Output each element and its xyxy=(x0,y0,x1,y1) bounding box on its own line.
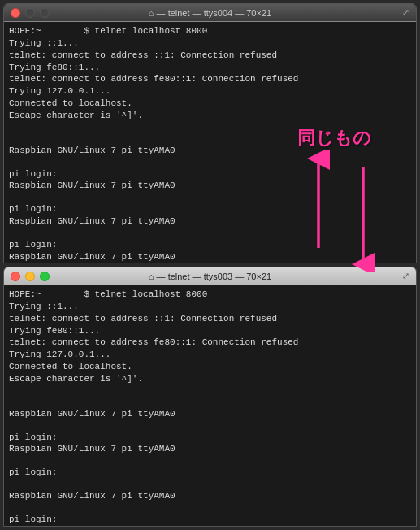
terminal-line xyxy=(9,157,411,168)
terminal-line: Raspbian GNU/Linux 7 pi ttyAMA0 xyxy=(9,251,411,263)
terminal-line: Connected to localhost. xyxy=(9,361,411,373)
terminal-line: pi login: xyxy=(9,239,411,251)
terminal-line: Escape character is '^]'. xyxy=(9,110,411,122)
terminal-line: pi login: xyxy=(9,203,411,215)
terminal-line: HOPE:~ $ telnet localhost 8000 xyxy=(9,25,411,37)
terminal-window-bottom[interactable]: ⌂ — telnet — ttys003 — 70×21 ⤢ HOPE:~ $ … xyxy=(3,267,417,527)
terminal-line: Trying fe80::1... xyxy=(9,325,411,337)
terminal-line: telnet: connect to address fe80::1: Conn… xyxy=(9,73,411,85)
terminal-line: Trying ::1... xyxy=(9,301,411,313)
title-bottom: ⌂ — telnet — ttys003 — 70×21 xyxy=(149,272,271,281)
window-buttons-top[interactable] xyxy=(11,8,50,18)
terminal-line: Trying fe80::1... xyxy=(9,62,411,74)
minimize-button-bottom[interactable] xyxy=(25,272,35,281)
terminal-line: Raspbian GNU/Linux 7 pi ttyAMA0 xyxy=(9,180,411,192)
close-button-bottom[interactable] xyxy=(11,272,20,281)
terminal-line xyxy=(9,192,411,203)
expand-button-bottom[interactable]: ⤢ xyxy=(402,271,409,281)
title-bar-top: ⌂ — telnet — ttys004 — 70×21 ⤢ xyxy=(4,4,416,22)
terminal-line: Trying 127.0.0.1... xyxy=(9,85,411,98)
terminal-line: Raspbian GNU/Linux 7 pi ttyAMA0 xyxy=(9,490,411,502)
terminal-line xyxy=(9,420,411,432)
home-icon-bottom: ⌂ xyxy=(149,272,154,281)
terminal-line: Trying ::1... xyxy=(9,37,411,50)
terminal-line xyxy=(9,228,411,239)
terminal-line: pi login: xyxy=(9,168,411,180)
terminal-line: pi login: xyxy=(9,432,411,444)
minimize-button-top[interactable] xyxy=(25,8,35,18)
terminal-line xyxy=(9,133,411,145)
terminal-line: Raspbian GNU/Linux 7 pi ttyAMA0 xyxy=(9,215,411,228)
terminal-line: Raspbian GNU/Linux 7 pi ttyAMA0 xyxy=(9,145,411,157)
close-button-top[interactable] xyxy=(11,8,20,18)
maximize-button-top[interactable] xyxy=(40,8,50,18)
terminal-line: Connected to localhost. xyxy=(9,98,411,110)
terminal-line xyxy=(9,397,411,408)
terminal-window-top[interactable]: ⌂ — telnet — ttys004 — 70×21 ⤢ HOPE:~ $ … xyxy=(3,3,417,263)
window-buttons-bottom[interactable] xyxy=(11,272,50,281)
terminal-line: Raspbian GNU/Linux 7 pi ttyAMA0 xyxy=(9,443,411,455)
terminal-line: telnet: connect to address ::1: Connecti… xyxy=(9,313,411,325)
terminal-line: telnet: connect to address fe80::1: Conn… xyxy=(9,337,411,349)
terminal-line xyxy=(9,502,411,514)
expand-button-top[interactable]: ⤢ xyxy=(402,7,409,18)
terminal-content-top: HOPE:~ $ telnet localhost 8000Trying ::1… xyxy=(4,22,416,263)
terminal-line: Trying 127.0.0.1... xyxy=(9,349,411,361)
title-bar-bottom: ⌂ — telnet — ttys003 — 70×21 ⤢ xyxy=(4,267,416,285)
terminal-line: HOPE:~ $ telnet localhost 8000 xyxy=(9,289,411,301)
terminal-line: pi login: xyxy=(9,467,411,479)
terminal-line: pi login: xyxy=(9,514,411,526)
terminal-line: telnet: connect to address ::1: Connecti… xyxy=(9,50,411,62)
terminal-line xyxy=(9,122,411,133)
terminal-line xyxy=(9,479,411,490)
terminal-line: Raspbian GNU/Linux 7 pi ttyAMA0 xyxy=(9,408,411,420)
terminal-content-bottom: HOPE:~ $ telnet localhost 8000Trying ::1… xyxy=(4,285,416,526)
maximize-button-bottom[interactable] xyxy=(40,272,50,281)
terminal-line xyxy=(9,385,411,397)
title-top: ⌂ — telnet — ttys004 — 70×21 xyxy=(149,8,271,18)
terminal-line xyxy=(9,455,411,467)
terminal-line: Escape character is '^]'. xyxy=(9,373,411,385)
home-icon: ⌂ xyxy=(149,8,154,18)
